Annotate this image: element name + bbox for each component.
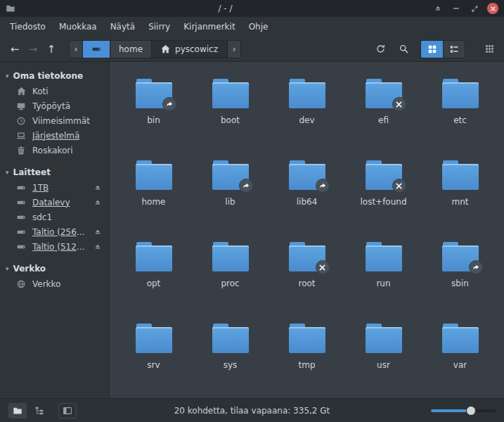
up-button[interactable]: ↑: [42, 40, 60, 58]
minimize-button[interactable]: [451, 3, 462, 14]
breadcrumb-segment-home[interactable]: home: [110, 41, 152, 58]
sidebar-section-header-oma-tietokone[interactable]: ▾Oma tietokone: [0, 68, 109, 84]
sidebar-item-taltio-512[interactable]: Taltio (512 ...: [0, 239, 109, 254]
sidebar-item-verkko[interactable]: Verkko: [0, 276, 109, 291]
folder-icon: [289, 160, 325, 190]
folder-icon: [212, 324, 249, 353]
menu-item-n-yt[interactable]: Näytä: [104, 19, 142, 34]
show-tree-panel-button[interactable]: [30, 403, 49, 418]
search-button[interactable]: [394, 40, 413, 58]
places-panel-icon: [13, 406, 22, 416]
file-item-root[interactable]: root: [269, 234, 345, 315]
system-icon: [15, 130, 27, 141]
file-name: opt: [147, 279, 161, 288]
compact-grid-icon: [485, 44, 494, 53]
split-view-button[interactable]: [58, 403, 77, 418]
sidebar-item-viimeisimm-t[interactable]: Viimeisimmät: [0, 113, 109, 128]
file-item-var[interactable]: var: [422, 315, 498, 397]
file-item-opt[interactable]: opt: [115, 234, 192, 315]
sidebar-item-label: Verkko: [32, 279, 60, 289]
show-places-panel-button[interactable]: [8, 403, 27, 418]
trash-icon: [15, 145, 27, 156]
back-arrow-icon: ←: [11, 43, 20, 56]
menu-item-kirjanmerkit[interactable]: Kirjanmerkit: [177, 19, 241, 34]
sidebar-section-header-laitteet[interactable]: ▾Laitteet: [0, 164, 109, 180]
breadcrumb-segment-root[interactable]: [83, 41, 110, 58]
sidebar-section-laitteet: ▾Laitteet1TBDatalevysdc1Taltio (256 ...T…: [0, 164, 109, 254]
sidebar-item-j-rjestelm[interactable]: Järjestelmä: [0, 128, 109, 143]
no-access-emblem-icon: [392, 179, 406, 193]
eject-button[interactable]: [92, 243, 103, 251]
folder-icon: [136, 242, 172, 271]
zoom-slider[interactable]: [431, 404, 496, 418]
window-controls: [432, 3, 498, 14]
sidebar-section-verkko: ▾VerkkoVerkko: [0, 260, 109, 291]
sidebar-item-datalevy[interactable]: Datalevy: [0, 195, 109, 210]
file-item-sbin[interactable]: sbin: [422, 234, 498, 315]
menubar: TiedostoMuokkaaNäytäSiirryKirjanmerkitOh…: [0, 17, 504, 37]
sidebar-item-koti[interactable]: Koti: [0, 84, 109, 98]
maximize-button[interactable]: [469, 3, 480, 14]
file-item-run[interactable]: run: [345, 234, 422, 315]
back-button[interactable]: ←: [6, 40, 24, 58]
titlebar: / - /: [0, 0, 504, 17]
eject-button[interactable]: [92, 184, 103, 192]
file-item-home[interactable]: home: [115, 152, 192, 234]
no-access-emblem-icon: [392, 97, 406, 111]
sidebar-item-ty-p-yt[interactable]: Työpöytä: [0, 98, 109, 113]
detailed-list-view-button[interactable]: [443, 41, 465, 58]
reload-button[interactable]: [371, 40, 389, 58]
compact-view-button[interactable]: [480, 40, 498, 58]
file-name: lib: [225, 197, 235, 207]
menu-item-tiedosto[interactable]: Tiedosto: [4, 19, 52, 34]
chevron-left-icon: ‹: [74, 44, 77, 54]
folder-icon: [366, 160, 402, 190]
file-item-bin[interactable]: bin: [115, 70, 192, 152]
statusbar: 20 kohdetta, tilaa vapaana: 335,2 Gt: [0, 398, 504, 422]
file-item-tmp[interactable]: tmp: [269, 315, 345, 397]
no-access-emblem-icon: [316, 260, 330, 274]
split-panel-icon: [63, 406, 72, 416]
file-item-lost-found[interactable]: lost+found: [345, 152, 422, 234]
breadcrumb-scroll-right-button[interactable]: ›: [227, 41, 240, 58]
file-item-efi[interactable]: efi: [345, 70, 422, 152]
drive-icon: [15, 212, 27, 223]
file-item-dev[interactable]: dev: [269, 70, 345, 152]
folder-icon: [212, 242, 249, 271]
content-area: ▾Oma tietokoneKotiTyöpöytäViimeisimmätJä…: [0, 62, 504, 398]
icon-view-button[interactable]: [421, 41, 443, 58]
file-name: boot: [221, 115, 240, 125]
sidebar-item-roskakori[interactable]: Roskakori: [0, 143, 109, 158]
sidebar-section-title: Laitteet: [13, 167, 51, 177]
file-item-lib64[interactable]: lib64: [269, 152, 345, 234]
zoom-slider-handle[interactable]: [466, 406, 476, 416]
zoom-slider-track[interactable]: [431, 409, 496, 412]
file-item-lib[interactable]: lib: [192, 152, 269, 234]
file-item-boot[interactable]: boot: [192, 70, 269, 152]
sidebar-item-taltio-256[interactable]: Taltio (256 ...: [0, 224, 109, 239]
breadcrumb-segment-user[interactable]: pyscowicz: [152, 41, 227, 58]
sidebar-item-1tb[interactable]: 1TB: [0, 180, 109, 195]
file-item-srv[interactable]: srv: [115, 315, 192, 397]
drive-icon: [15, 241, 27, 252]
sidebar-item-sdc1[interactable]: sdc1: [0, 210, 109, 224]
forward-button[interactable]: →: [24, 40, 42, 58]
file-item-proc[interactable]: proc: [192, 234, 269, 315]
eject-button[interactable]: [92, 228, 103, 236]
menu-item-muokkaa[interactable]: Muokkaa: [53, 19, 103, 34]
menu-item-siirry[interactable]: Siirry: [142, 19, 176, 34]
file-item-usr[interactable]: usr: [345, 315, 422, 397]
file-item-mnt[interactable]: mnt: [422, 152, 498, 234]
file-name: srv: [147, 360, 160, 370]
breadcrumb-scroll-left-button[interactable]: ‹: [70, 41, 83, 58]
close-button[interactable]: [487, 3, 498, 14]
drive-icon: [15, 197, 27, 208]
file-item-sys[interactable]: sys: [192, 315, 269, 397]
sidebar-section-header-verkko[interactable]: ▾Verkko: [0, 260, 109, 276]
menu-item-ohje[interactable]: Ohje: [243, 19, 275, 34]
file-name: efi: [378, 115, 389, 125]
eject-button[interactable]: [432, 3, 444, 14]
file-item-etc[interactable]: etc: [422, 70, 498, 152]
eject-button[interactable]: [92, 198, 103, 207]
folder-icon: [289, 324, 325, 353]
